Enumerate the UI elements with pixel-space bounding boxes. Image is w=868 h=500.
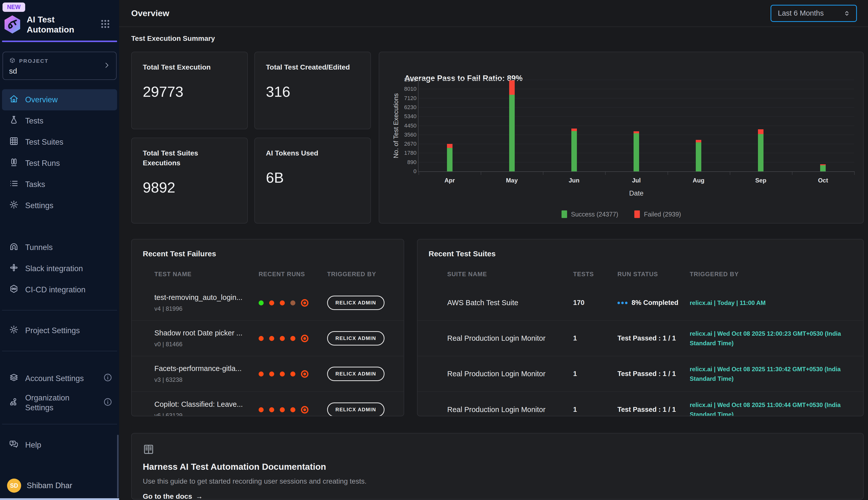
sidebar-item-overview[interactable]: Overview bbox=[2, 89, 117, 110]
run-status-dot[interactable] bbox=[280, 407, 285, 412]
triggered-by-button[interactable]: RELICX ADMIN bbox=[327, 296, 385, 310]
test-name[interactable]: Facets-performance-gitla... bbox=[154, 364, 259, 373]
sidebar-divider bbox=[2, 424, 117, 424]
user-menu[interactable]: SD Shibam Dhar bbox=[0, 474, 119, 498]
sidebar-item-account-settings[interactable]: Account Settings bbox=[2, 368, 117, 389]
sidebar-scrollbar[interactable] bbox=[117, 435, 119, 498]
x-tick-mark bbox=[481, 172, 481, 175]
recent-runs bbox=[259, 370, 327, 378]
y-tick-label: 0 bbox=[379, 168, 417, 175]
run-status-target-icon[interactable] bbox=[301, 406, 308, 413]
legend-label: Failed (2939) bbox=[644, 211, 681, 218]
run-status-dot[interactable] bbox=[290, 407, 295, 412]
run-status-dot[interactable] bbox=[280, 372, 285, 376]
bar-jul-success bbox=[634, 133, 639, 171]
apps-grid-icon[interactable] bbox=[100, 19, 110, 30]
triggered-by[interactable]: relicx.ai | Wed Oct 08 2025 11:00:44 GMT… bbox=[690, 400, 863, 416]
triggered-by[interactable]: relicx.ai | Wed Oct 08 2025 11:30:42 GMT… bbox=[690, 364, 863, 383]
run-status-target-icon[interactable] bbox=[301, 335, 308, 342]
sidebar-item-label: Settings bbox=[25, 201, 54, 211]
run-status-target-icon[interactable] bbox=[301, 299, 308, 307]
app-title: AI Test Automation bbox=[27, 14, 80, 35]
chart-gridline bbox=[419, 125, 854, 126]
sidebar-nav-project: Project Settings bbox=[0, 320, 119, 341]
table-row[interactable]: test-removing_auto_login...v4 | 81996REL… bbox=[132, 285, 404, 321]
sidebar-item-tasks[interactable]: Tasks bbox=[2, 174, 117, 195]
test-version-id: v4 | 81996 bbox=[154, 305, 259, 312]
table-row[interactable]: Real Production Login Monitor1Test Passe… bbox=[418, 321, 863, 356]
table-row[interactable]: AWS Batch Test Suite1708% Completedrelic… bbox=[418, 285, 863, 321]
triggered-by-button[interactable]: RELICX ADMIN bbox=[327, 402, 385, 416]
y-tick-label: 890 bbox=[379, 159, 417, 166]
run-status-dot[interactable] bbox=[269, 336, 274, 341]
table-row[interactable]: Real Production Login Monitor1Test Passe… bbox=[418, 392, 863, 416]
sidebar-item-label: Organization Settings bbox=[25, 393, 96, 413]
grid-icon bbox=[9, 136, 19, 148]
run-status-dot[interactable] bbox=[259, 407, 263, 412]
sidebar-item-help[interactable]: Help bbox=[2, 434, 117, 456]
run-status-dot[interactable] bbox=[259, 336, 263, 341]
test-name[interactable]: test-removing_auto_login... bbox=[154, 293, 259, 302]
sidebar-item-test-suites[interactable]: Test Suites bbox=[2, 132, 117, 153]
run-status-dot[interactable] bbox=[280, 300, 285, 305]
suite-name[interactable]: AWS Batch Test Suite bbox=[447, 299, 573, 307]
run-status-dot[interactable] bbox=[290, 336, 295, 341]
sidebar-item-project-settings[interactable]: Project Settings bbox=[2, 320, 117, 341]
run-status-dot[interactable] bbox=[269, 372, 274, 376]
project-selector[interactable]: PROJECT sd bbox=[2, 52, 117, 80]
sidebar-item-settings[interactable]: Settings bbox=[2, 195, 117, 216]
x-category-label: Jun bbox=[569, 177, 580, 184]
table-row[interactable]: Real Production Login Monitor1Test Passe… bbox=[418, 356, 863, 392]
sidebar-item-tunnels[interactable]: Tunnels bbox=[2, 237, 117, 258]
suite-name[interactable]: Real Production Login Monitor bbox=[447, 334, 573, 342]
test-name[interactable]: Copilot: Classified: Leave... bbox=[154, 400, 259, 409]
y-axis-title: No. of Test Executions bbox=[392, 93, 400, 158]
run-status-dot[interactable] bbox=[269, 300, 274, 305]
sidebar-item-organization-settings[interactable]: Organization Settings bbox=[2, 389, 117, 417]
info-icon[interactable] bbox=[103, 373, 113, 384]
recent-test-suites-card: Recent Test Suites SUITE NAMETESTSRUN ST… bbox=[417, 239, 864, 416]
run-status-dot[interactable] bbox=[259, 300, 263, 305]
run-status-dot[interactable] bbox=[259, 372, 263, 376]
sidebar-item-label: Tunnels bbox=[25, 243, 52, 252]
triggered-by-button[interactable]: RELICX ADMIN bbox=[327, 331, 385, 345]
recent-test-failures-card: Recent Test Failures TEST NAMERECENT RUN… bbox=[131, 239, 404, 416]
sidebar-item-tests[interactable]: Tests bbox=[2, 110, 117, 132]
test-name[interactable]: Shadow root Date picker ... bbox=[154, 329, 259, 337]
x-axis-title: Date bbox=[629, 190, 643, 197]
run-status-dot[interactable] bbox=[280, 336, 285, 341]
stat-value: 29773 bbox=[143, 83, 236, 100]
table-header: SUITE NAMETESTSRUN STATUSTRIGGERED BY bbox=[418, 271, 863, 278]
stat-label: Total Test Created/Edited bbox=[266, 62, 359, 72]
suite-name[interactable]: Real Production Login Monitor bbox=[447, 370, 573, 378]
bar-may-failed bbox=[509, 80, 515, 95]
run-status-dot[interactable] bbox=[290, 372, 295, 376]
sidebar-item-test-runs[interactable]: Test Runs bbox=[2, 153, 117, 174]
go-to-docs-link[interactable]: Go to the docs → bbox=[143, 492, 852, 500]
stat-label: Total Test Suites Executions bbox=[143, 148, 236, 168]
sidebar-item-ci-cd-integration[interactable]: CI-CD integration bbox=[2, 279, 117, 300]
run-status-dot[interactable] bbox=[290, 300, 295, 305]
table-row[interactable]: Facets-performance-gitla...v3 | 63238REL… bbox=[132, 356, 404, 392]
docs-title: Harness AI Test Automation Documentation bbox=[143, 462, 852, 472]
column-header: TESTS bbox=[573, 271, 618, 278]
sidebar-item-slack-integration[interactable]: Slack integration bbox=[2, 258, 117, 279]
tasks-icon bbox=[9, 179, 19, 190]
table-row[interactable]: Copilot: Classified: Leave...v6 | 63129R… bbox=[132, 392, 404, 416]
x-category-label: Aug bbox=[693, 177, 705, 184]
triggered-by[interactable]: relicx.ai | Today | 11:00 AM bbox=[690, 298, 863, 307]
triggered-by[interactable]: relicx.ai | Wed Oct 08 2025 12:00:23 GMT… bbox=[690, 329, 863, 348]
sidebar-item-label: Test Suites bbox=[25, 137, 63, 147]
triggered-by-button[interactable]: RELICX ADMIN bbox=[327, 367, 385, 381]
chevron-right-icon bbox=[103, 61, 110, 70]
time-range-value: Last 6 Months bbox=[778, 9, 824, 18]
chart-gridline bbox=[419, 107, 854, 107]
run-status-dot[interactable] bbox=[269, 407, 274, 412]
table-row[interactable]: Shadow root Date picker ...v0 | 81466REL… bbox=[132, 321, 404, 356]
suite-name[interactable]: Real Production Login Monitor bbox=[447, 406, 573, 414]
info-icon[interactable] bbox=[103, 397, 113, 409]
run-status-target-icon[interactable] bbox=[301, 370, 308, 378]
time-range-select[interactable]: Last 6 Months bbox=[771, 5, 857, 22]
run-status-text: Test Passed : 1 / 1 bbox=[618, 370, 676, 378]
content: Test Execution Summary Total Test Execut… bbox=[119, 27, 868, 500]
